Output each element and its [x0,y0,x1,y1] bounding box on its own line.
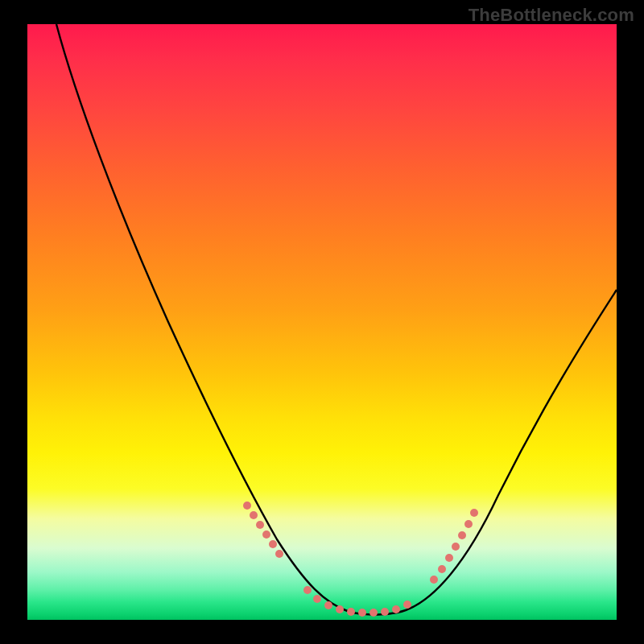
marker-dot [452,543,460,551]
marker-dot [324,601,332,609]
bottleneck-chart [27,24,617,620]
bottleneck-curve-path [56,24,617,615]
marker-dot [381,608,389,616]
marker-dot [458,531,466,539]
marker-group [243,502,478,617]
marker-dot [269,540,277,548]
marker-dot [430,576,438,584]
marker-dot [369,609,378,617]
marker-dot [438,565,446,573]
marker-dot [336,605,344,613]
marker-dot [403,601,411,609]
marker-dot [243,502,251,510]
marker-dot [392,605,400,613]
marker-dot [256,521,264,529]
marker-dot [262,530,270,539]
marker-dot [358,609,366,617]
marker-dot [250,511,258,519]
watermark-text: TheBottleneck.com [469,5,634,26]
marker-dot [313,595,321,603]
marker-dot [275,550,283,558]
marker-dot [347,608,355,616]
marker-dot [464,520,473,528]
marker-dot [445,554,453,562]
marker-dot [303,586,312,594]
marker-dot [470,509,478,517]
